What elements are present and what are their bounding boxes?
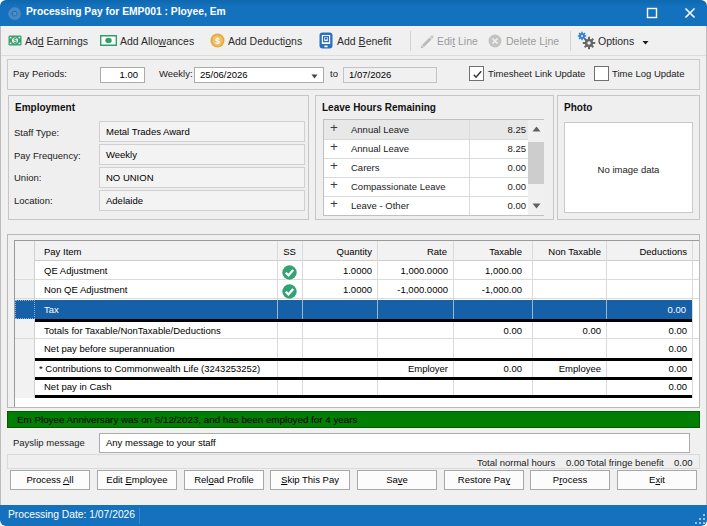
svg-text:$: $ bbox=[215, 36, 220, 46]
svg-text:$: $ bbox=[13, 37, 17, 45]
